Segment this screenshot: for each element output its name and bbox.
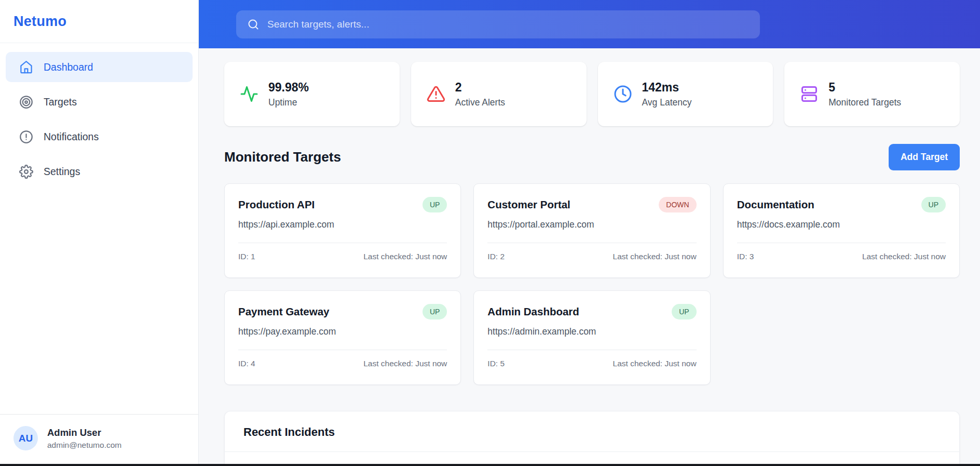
incidents-card: Recent Incidents bbox=[224, 411, 960, 466]
sidebar-spacer bbox=[0, 195, 198, 414]
incidents-title: Recent Incidents bbox=[243, 425, 941, 439]
target-icon bbox=[19, 95, 33, 109]
home-icon bbox=[19, 60, 33, 74]
target-url: https://api.example.com bbox=[238, 219, 447, 230]
avatar: AU bbox=[13, 426, 38, 450]
status-badge: DOWN bbox=[659, 197, 696, 212]
sidebar-nav-label: Dashboard bbox=[44, 61, 93, 73]
target-card-head: Customer Portal DOWN bbox=[487, 197, 696, 212]
target-url: https://portal.example.com bbox=[487, 219, 696, 230]
sidebar-nav-item[interactable]: Dashboard bbox=[6, 52, 193, 82]
target-card-footer: ID: 1 Last checked: Just now bbox=[238, 252, 447, 261]
sidebar-nav-label: Notifications bbox=[44, 131, 99, 143]
target-card-head: Production API UP bbox=[238, 197, 447, 212]
sidebar-nav-item[interactable]: Notifications bbox=[6, 122, 193, 152]
sidebar-nav-label: Settings bbox=[44, 166, 80, 178]
window-bottom-edge bbox=[0, 464, 980, 466]
target-last-checked: Last checked: Just now bbox=[363, 359, 447, 368]
stat-card: 5 Monitored Targets bbox=[784, 62, 960, 126]
user-name: Admin User bbox=[47, 427, 121, 438]
target-card-footer: ID: 5 Last checked: Just now bbox=[487, 359, 696, 368]
target-card-head: Documentation UP bbox=[737, 197, 946, 212]
target-url: https://admin.example.com bbox=[487, 326, 696, 337]
server-icon bbox=[800, 85, 819, 103]
stat-text: 5 Monitored Targets bbox=[828, 81, 901, 108]
target-card-divider bbox=[238, 350, 447, 350]
target-card: Payment Gateway UP https://pay.example.c… bbox=[224, 290, 461, 385]
target-name: Customer Portal bbox=[487, 198, 570, 211]
stats-row: 99.98% Uptime 2 Activ bbox=[224, 62, 960, 126]
target-last-checked: Last checked: Just now bbox=[613, 359, 697, 368]
target-card-divider bbox=[487, 350, 696, 350]
target-last-checked: Last checked: Just now bbox=[862, 252, 946, 261]
target-name: Documentation bbox=[737, 198, 814, 211]
target-card-footer: ID: 2 Last checked: Just now bbox=[487, 252, 696, 261]
target-card-footer: ID: 3 Last checked: Just now bbox=[737, 252, 946, 261]
target-id: ID: 4 bbox=[238, 359, 255, 368]
status-badge: UP bbox=[423, 197, 447, 212]
stat-card: 142ms Avg Latency bbox=[598, 62, 773, 126]
incidents-divider bbox=[225, 451, 959, 452]
user-info: Admin User admin@netumo.com bbox=[47, 427, 121, 450]
user-email: admin@netumo.com bbox=[47, 441, 121, 450]
target-url: https://pay.example.com bbox=[238, 326, 447, 337]
targets-section-head: Monitored Targets Add Target bbox=[224, 144, 960, 170]
target-card: Customer Portal DOWN https://portal.exam… bbox=[473, 183, 710, 278]
stat-text: 142ms Avg Latency bbox=[642, 81, 692, 108]
stat-value: 2 bbox=[455, 81, 505, 95]
target-id: ID: 3 bbox=[737, 252, 754, 261]
search-box[interactable] bbox=[236, 10, 760, 38]
target-card-head: Payment Gateway UP bbox=[238, 304, 447, 319]
sidebar-nav: Dashboard Targets bbox=[0, 43, 198, 195]
sidebar-nav-item[interactable]: Settings bbox=[6, 156, 193, 187]
target-id: ID: 1 bbox=[238, 252, 255, 261]
target-card: Production API UP https://api.example.co… bbox=[224, 183, 461, 278]
target-card-head: Admin Dashboard UP bbox=[487, 304, 696, 319]
content: 99.98% Uptime 2 Activ bbox=[199, 48, 980, 466]
alert-triangle-icon bbox=[427, 85, 445, 103]
target-card-divider bbox=[487, 243, 696, 243]
stat-value: 5 bbox=[828, 81, 901, 95]
target-card-divider bbox=[238, 243, 447, 243]
targets-section-title: Monitored Targets bbox=[224, 149, 341, 165]
target-card: Documentation UP https://docs.example.co… bbox=[723, 183, 960, 278]
target-card: Admin Dashboard UP https://admin.example… bbox=[473, 290, 710, 385]
target-id: ID: 5 bbox=[487, 359, 505, 368]
stat-text: 99.98% Uptime bbox=[268, 81, 309, 108]
stat-label: Uptime bbox=[268, 97, 309, 108]
target-card-divider bbox=[737, 243, 946, 243]
activity-pulse-icon bbox=[240, 85, 258, 103]
stat-value: 142ms bbox=[642, 81, 692, 95]
add-target-button[interactable]: Add Target bbox=[889, 144, 960, 170]
target-name: Payment Gateway bbox=[238, 305, 329, 318]
target-card-footer: ID: 4 Last checked: Just now bbox=[238, 359, 447, 368]
gear-icon bbox=[19, 165, 33, 179]
stat-value: 99.98% bbox=[268, 81, 309, 95]
sidebar-nav-item[interactable]: Targets bbox=[6, 87, 193, 117]
stat-label: Active Alerts bbox=[455, 97, 505, 108]
status-badge: UP bbox=[423, 304, 447, 319]
target-name: Production API bbox=[238, 198, 315, 211]
alert-circle-icon bbox=[19, 130, 33, 144]
status-badge: UP bbox=[921, 197, 946, 212]
target-id: ID: 2 bbox=[487, 252, 505, 261]
app-root: Netumo Dashboard bbox=[0, 0, 980, 466]
sidebar: Netumo Dashboard bbox=[0, 0, 199, 466]
targets-grid: Production API UP https://api.example.co… bbox=[224, 183, 960, 385]
clock-icon bbox=[614, 85, 632, 103]
target-last-checked: Last checked: Just now bbox=[613, 252, 697, 261]
stat-card: 99.98% Uptime bbox=[224, 62, 400, 126]
logo-area: Netumo bbox=[0, 0, 198, 43]
search-input[interactable] bbox=[267, 19, 749, 30]
main-column: 99.98% Uptime 2 Activ bbox=[199, 0, 980, 466]
search-icon bbox=[247, 18, 260, 31]
stat-card: 2 Active Alerts bbox=[411, 62, 587, 126]
app-logo: Netumo bbox=[13, 14, 185, 30]
user-area: AU Admin User admin@netumo.com bbox=[0, 414, 198, 466]
target-url: https://docs.example.com bbox=[737, 219, 946, 230]
target-last-checked: Last checked: Just now bbox=[363, 252, 447, 261]
topbar bbox=[199, 0, 980, 48]
status-badge: UP bbox=[672, 304, 696, 319]
stat-text: 2 Active Alerts bbox=[455, 81, 505, 108]
sidebar-nav-label: Targets bbox=[44, 96, 77, 108]
